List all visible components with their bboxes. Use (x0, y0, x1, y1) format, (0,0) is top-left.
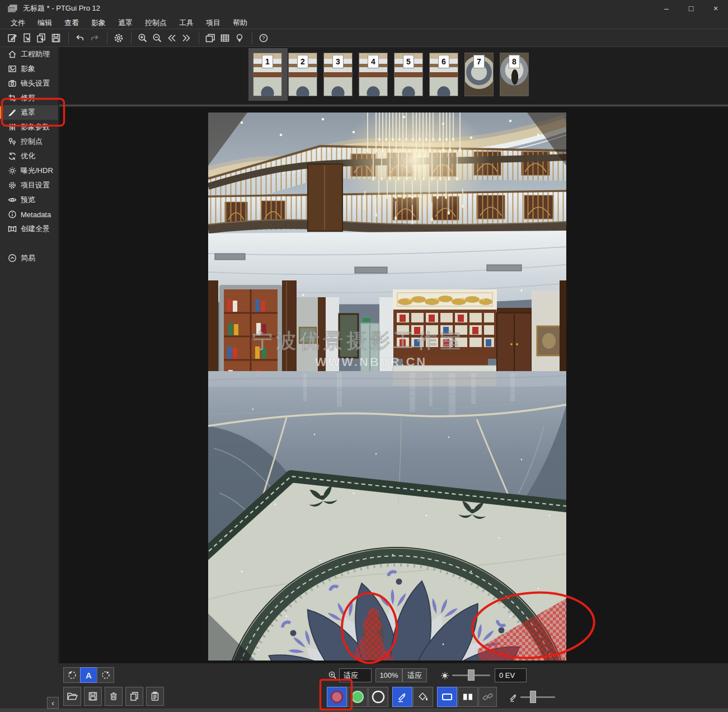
single-view-button[interactable] (437, 687, 457, 707)
menu-file[interactable]: 文件 (4, 18, 31, 28)
duplicate-project-icon (35, 32, 48, 44)
menu-mask[interactable]: 遮罩 (112, 18, 139, 28)
menu-bar: 文件 编辑 查看 影象 遮罩 控制点 工具 项目 帮助 (0, 17, 728, 29)
split-view-button[interactable] (458, 687, 478, 707)
paint-tool-button[interactable] (392, 687, 412, 707)
zoom-100-button[interactable]: 100% (375, 668, 402, 682)
zoom-in-button[interactable] (136, 31, 149, 45)
zoom-level-input[interactable]: 适应 (339, 668, 372, 682)
new-project-button[interactable] (6, 31, 19, 45)
menu-tools[interactable]: 工具 (173, 18, 200, 28)
ev-value-input[interactable]: 0 EV (495, 668, 527, 682)
thumbnail-3[interactable]: 3 (323, 53, 353, 96)
sidebar-item-metadata[interactable]: Metadata (0, 207, 58, 222)
thumbnail-number: 3 (332, 55, 344, 68)
minimize-button[interactable]: – (654, 0, 679, 17)
sidebar-item-mask[interactable]: 遮罩 (0, 105, 58, 120)
zoom-out-icon (152, 32, 163, 44)
clipboard-paste-icon (149, 691, 161, 702)
sidebar-item-lens-settings[interactable]: 镜头设置 (0, 76, 58, 91)
sidebar-item-exposure-hdr[interactable]: 曝光/HDR (0, 163, 58, 178)
sidebar-item-images[interactable]: 影象 (0, 62, 58, 76)
link-views-button[interactable] (478, 687, 497, 707)
zoom-out-button[interactable] (151, 31, 164, 45)
sidebar-item-image-parameters[interactable]: 影象参数 (0, 120, 58, 134)
sidebar-item-create-panorama[interactable]: 创建全景 (0, 222, 58, 236)
thumbnail-7[interactable]: 7 (464, 53, 494, 96)
control-points-icon (8, 137, 17, 146)
rotate-ccw-icon (67, 669, 78, 681)
photo-canvas[interactable]: ​ 宁波优景摄影工作室 WWW.NBVR.CN (208, 113, 566, 661)
crop-icon (8, 93, 17, 102)
thumbnail-4[interactable]: 4 (359, 53, 388, 96)
load-mask-button[interactable] (63, 687, 81, 706)
menu-images[interactable]: 影象 (85, 18, 112, 28)
brush-size-slider-track[interactable] (520, 696, 555, 698)
copy-mask-button[interactable] (125, 687, 143, 706)
undo-button[interactable] (73, 31, 87, 45)
sidebar-item-preview[interactable]: 预览 (0, 193, 58, 207)
thumbnail-1[interactable]: 1 (253, 53, 282, 96)
sidebar-item-project-settings[interactable]: 项目设置 (0, 178, 58, 193)
save-button[interactable] (49, 31, 63, 45)
image-icon (8, 64, 17, 73)
duplicate-project-button[interactable] (35, 31, 48, 45)
paste-mask-button[interactable] (146, 687, 164, 706)
mask-green-button[interactable] (347, 687, 368, 707)
fill-tool-button[interactable] (413, 687, 433, 707)
sidebar-item-crop[interactable]: 修剪 (0, 91, 58, 105)
thumbnail-2[interactable]: 2 (288, 53, 317, 96)
save-mask-button[interactable] (84, 687, 102, 706)
menu-edit[interactable]: 编辑 (31, 18, 58, 28)
watermark-line2: WWW.NBVR.CN (315, 355, 427, 369)
maximize-button[interactable]: □ (679, 0, 703, 17)
open-project-button[interactable] (20, 31, 34, 45)
close-button[interactable]: × (703, 0, 728, 17)
sidebar-item-control-points[interactable]: 控制点 (0, 134, 58, 149)
help-button[interactable]: ? (257, 31, 270, 45)
thumbnail-number: 1 (262, 55, 273, 68)
settings-button[interactable] (112, 31, 125, 45)
white-circle-icon (370, 689, 386, 705)
redo-button[interactable] (88, 31, 101, 45)
panorama-editor-button[interactable] (204, 31, 217, 45)
mask-red-button[interactable] (327, 687, 347, 707)
panorama-editor-icon (204, 32, 217, 44)
sidebar-item-optimize[interactable]: 优化 (0, 149, 58, 163)
ev-slider-handle[interactable] (468, 669, 475, 681)
detail-viewer-button[interactable] (233, 31, 246, 45)
grid-button[interactable] (218, 31, 232, 45)
zoom-in-icon (137, 32, 148, 44)
delete-mask-button[interactable] (105, 687, 123, 706)
mask-unmask-button[interactable] (368, 687, 388, 707)
menu-control-points[interactable]: 控制点 (139, 18, 173, 28)
app-icon (8, 4, 17, 13)
home-icon (8, 50, 17, 59)
menu-view[interactable]: 查看 (58, 18, 85, 28)
zoom-fit-button[interactable]: 适应 (402, 668, 427, 682)
thumbnail-6[interactable]: 6 (429, 53, 458, 96)
rotate-cw-button[interactable] (97, 667, 114, 683)
rotate-cw-icon (100, 669, 111, 681)
thumbnail-5[interactable]: 5 (394, 53, 423, 96)
next-image-button[interactable] (180, 31, 193, 45)
sidebar-item-project-assistant[interactable]: 工程助理 (0, 47, 58, 62)
thumbnail-number: 4 (368, 55, 379, 68)
open-project-icon (21, 32, 32, 44)
status-bar (0, 709, 728, 712)
brush-size-slider-handle[interactable] (530, 691, 536, 703)
rotate-ccw-button[interactable] (63, 667, 81, 683)
collapse-sidebar-button[interactable]: ‹ (47, 697, 59, 709)
marker-pen-icon (396, 691, 408, 703)
thumbnail-number: 8 (509, 55, 520, 68)
sidebar-item-simple-mode[interactable]: 简易 (0, 251, 58, 265)
menu-project[interactable]: 项目 (200, 18, 227, 28)
thumbnail-number: 6 (438, 55, 449, 68)
previous-image-button[interactable] (165, 31, 179, 45)
red-circle-icon (329, 689, 345, 705)
auto-mask-button[interactable]: A (80, 667, 97, 683)
eye-icon (8, 195, 17, 204)
menu-help[interactable]: 帮助 (227, 18, 253, 28)
thumbnail-8[interactable]: 8 (500, 53, 529, 96)
save-icon (50, 32, 62, 44)
